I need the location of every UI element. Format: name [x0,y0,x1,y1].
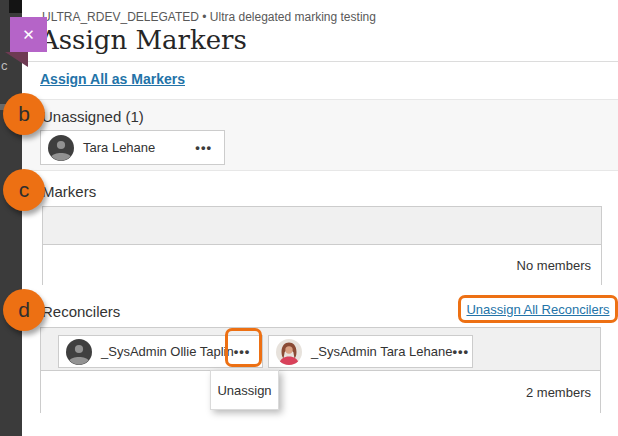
annotation-badge-c: c [3,169,45,211]
breadcrumb: ULTRA_RDEV_DELEGATED • Ultra delegated m… [42,10,376,24]
markers-empty-text: No members [517,258,591,273]
annotation-highlight-unassign-all: Unassign All Reconcilers [458,295,618,323]
markers-drop-zone[interactable] [43,207,601,245]
unassign-all-reconcilers-link[interactable]: Unassign All Reconcilers [466,302,609,317]
close-icon: ✕ [22,26,35,44]
assign-all-as-markers-link[interactable]: Assign All as Markers [40,71,185,87]
avatar-silhouette-icon [48,135,74,161]
page-title: Assign Markers [40,25,247,55]
panel-body: ULTRA_RDEV_DELEGATED • Ultra delegated m… [22,0,618,436]
member-menu-button[interactable]: ••• [452,345,469,358]
badge-label: c [19,178,30,202]
reconcilers-heading: Reconcilers [42,303,120,320]
member-name: Tara Lehane [83,140,155,155]
reconcilers-footer: 2 members [41,371,600,413]
background-dark-block [9,0,22,13]
markers-box: No members [42,206,602,285]
background-page-strip: c [0,0,22,436]
markers-heading: Markers [42,183,96,200]
avatar-silhouette-icon [66,339,92,365]
member-name: _SysAdmin Ollie Taplin [101,344,234,359]
avatar-photo-icon [276,339,302,365]
annotation-badge-d: d [3,289,45,331]
member-menu-button[interactable]: ••• [234,345,251,358]
unassign-menu-item[interactable]: Unassign [217,383,271,398]
close-panel-button[interactable]: ✕ [10,17,47,52]
reconcilers-box: _SysAdmin Ollie Taplin ••• _SysA [40,327,601,413]
reconcilers-member-row: _SysAdmin Ollie Taplin ••• _SysA [41,328,600,371]
member-menu-button[interactable]: ••• [195,141,212,154]
unassign-menu: Unassign [210,370,279,410]
assign-markers-panel: c ✕ ULTRA_RDEV_DELEGATED • Ultra delegat… [0,0,618,436]
badge-label: b [18,102,30,126]
background-text-fragment: c [1,58,8,73]
member-chip-tara-lehane[interactable]: Tara Lehane ••• [40,130,225,165]
badge-label: d [18,298,30,322]
header-divider [22,61,618,62]
member-chip-sysadmin-tara-lehane[interactable]: _SysAdmin Tara Lehane ••• [268,335,473,368]
member-name: _SysAdmin Tara Lehane [311,344,452,359]
reconcilers-count: 2 members [526,385,591,400]
markers-footer: No members [43,245,601,285]
annotation-badge-b: b [3,93,45,135]
member-chip-ollie-taplin[interactable]: _SysAdmin Ollie Taplin ••• [58,335,263,368]
unassigned-heading: Unassigned (1) [42,108,144,125]
unassigned-section: Unassigned (1) Tara Lehane ••• [22,99,618,171]
